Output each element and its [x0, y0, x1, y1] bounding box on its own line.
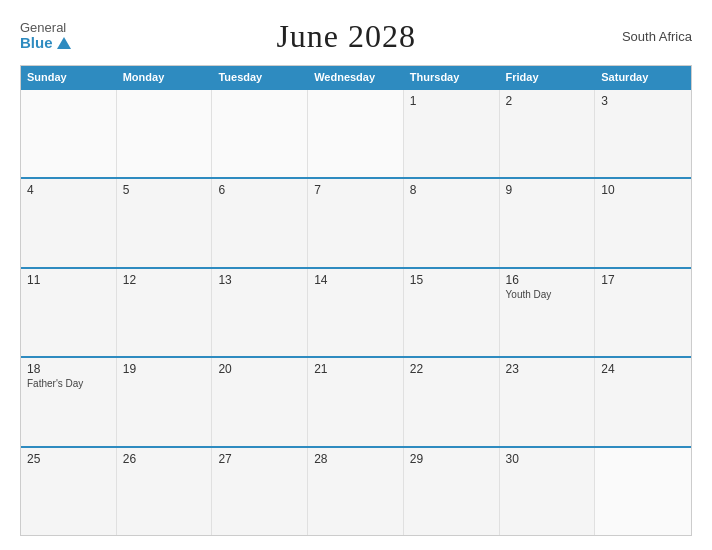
day-number: 26	[123, 452, 206, 466]
day-number: 28	[314, 452, 397, 466]
day-number: 6	[218, 183, 301, 197]
calendar-day-cell	[212, 90, 308, 177]
day-number: 18	[27, 362, 110, 376]
day-number: 16	[506, 273, 589, 287]
calendar-page: General Blue June 2028 South Africa Sund…	[0, 0, 712, 550]
day-event: Youth Day	[506, 289, 589, 300]
day-number: 20	[218, 362, 301, 376]
calendar-grid: SundayMondayTuesdayWednesdayThursdayFrid…	[20, 65, 692, 536]
calendar-title: June 2028	[276, 18, 416, 55]
calendar-day-cell: 29	[404, 448, 500, 535]
day-number: 2	[506, 94, 589, 108]
calendar-day-cell: 21	[308, 358, 404, 445]
calendar-day-cell: 26	[117, 448, 213, 535]
calendar-day-cell: 1	[404, 90, 500, 177]
calendar-day-cell: 8	[404, 179, 500, 266]
day-of-week-header: Tuesday	[212, 66, 308, 88]
day-number: 4	[27, 183, 110, 197]
calendar-day-cell: 12	[117, 269, 213, 356]
calendar-day-cell	[117, 90, 213, 177]
day-number: 29	[410, 452, 493, 466]
calendar-week: 111213141516Youth Day17	[21, 267, 691, 356]
logo-blue-text: Blue	[20, 35, 71, 52]
calendar-day-cell: 19	[117, 358, 213, 445]
day-number: 30	[506, 452, 589, 466]
day-number: 19	[123, 362, 206, 376]
calendar-week: 123	[21, 88, 691, 177]
day-number: 1	[410, 94, 493, 108]
day-number: 14	[314, 273, 397, 287]
calendar-day-cell: 17	[595, 269, 691, 356]
calendar-day-cell	[308, 90, 404, 177]
logo-general-text: General	[20, 21, 71, 35]
day-event: Father's Day	[27, 378, 110, 389]
calendar-day-cell: 22	[404, 358, 500, 445]
day-number: 13	[218, 273, 301, 287]
country-label: South Africa	[622, 29, 692, 44]
day-number: 9	[506, 183, 589, 197]
day-number: 27	[218, 452, 301, 466]
calendar-day-cell: 6	[212, 179, 308, 266]
day-of-week-header: Wednesday	[308, 66, 404, 88]
calendar-week: 45678910	[21, 177, 691, 266]
day-number: 10	[601, 183, 685, 197]
day-number: 3	[601, 94, 685, 108]
calendar-day-cell: 27	[212, 448, 308, 535]
calendar-day-cell: 16Youth Day	[500, 269, 596, 356]
calendar-header: SundayMondayTuesdayWednesdayThursdayFrid…	[21, 66, 691, 88]
day-of-week-header: Thursday	[404, 66, 500, 88]
calendar-day-cell	[595, 448, 691, 535]
day-number: 5	[123, 183, 206, 197]
calendar-day-cell: 18Father's Day	[21, 358, 117, 445]
day-number: 22	[410, 362, 493, 376]
calendar-day-cell: 11	[21, 269, 117, 356]
calendar-day-cell: 2	[500, 90, 596, 177]
calendar-day-cell: 4	[21, 179, 117, 266]
day-number: 15	[410, 273, 493, 287]
calendar-week: 18Father's Day192021222324	[21, 356, 691, 445]
day-number: 23	[506, 362, 589, 376]
calendar-day-cell: 30	[500, 448, 596, 535]
day-of-week-header: Friday	[500, 66, 596, 88]
calendar-day-cell	[21, 90, 117, 177]
calendar-day-cell: 10	[595, 179, 691, 266]
day-number: 12	[123, 273, 206, 287]
day-number: 7	[314, 183, 397, 197]
calendar-day-cell: 23	[500, 358, 596, 445]
calendar-day-cell: 20	[212, 358, 308, 445]
calendar-day-cell: 15	[404, 269, 500, 356]
page-header: General Blue June 2028 South Africa	[20, 18, 692, 55]
calendar-day-cell: 5	[117, 179, 213, 266]
calendar-day-cell: 9	[500, 179, 596, 266]
calendar-day-cell: 24	[595, 358, 691, 445]
day-of-week-header: Monday	[117, 66, 213, 88]
calendar-week: 252627282930	[21, 446, 691, 535]
calendar-day-cell: 28	[308, 448, 404, 535]
day-number: 21	[314, 362, 397, 376]
calendar-day-cell: 14	[308, 269, 404, 356]
day-number: 24	[601, 362, 685, 376]
day-number: 8	[410, 183, 493, 197]
day-number: 11	[27, 273, 110, 287]
logo-triangle-icon	[57, 37, 71, 49]
calendar-day-cell: 25	[21, 448, 117, 535]
calendar-body: 12345678910111213141516Youth Day1718Fath…	[21, 88, 691, 535]
calendar-day-cell: 3	[595, 90, 691, 177]
calendar-day-cell: 7	[308, 179, 404, 266]
day-number: 17	[601, 273, 685, 287]
logo: General Blue	[20, 21, 71, 52]
day-of-week-header: Sunday	[21, 66, 117, 88]
calendar-day-cell: 13	[212, 269, 308, 356]
day-number: 25	[27, 452, 110, 466]
day-of-week-header: Saturday	[595, 66, 691, 88]
